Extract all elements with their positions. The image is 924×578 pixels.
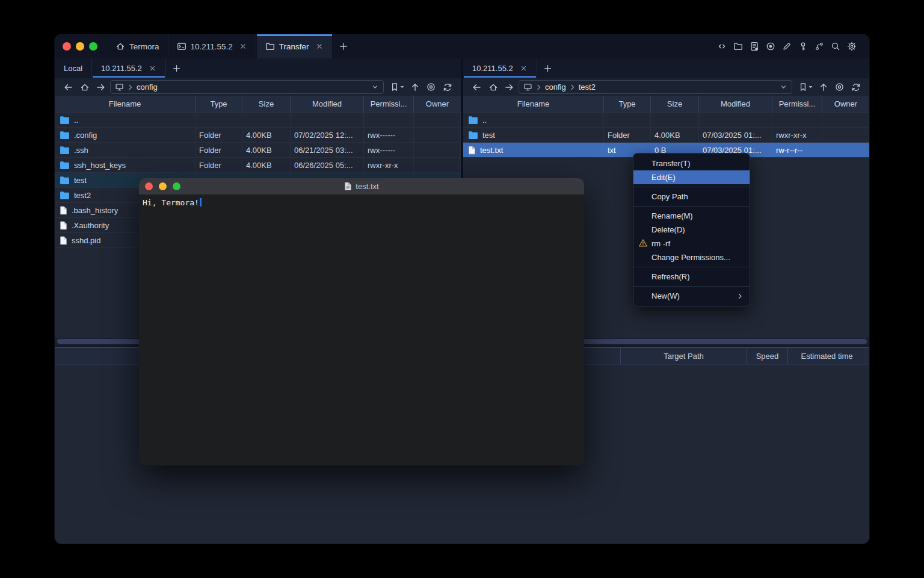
table-row[interactable]: .ssh Folder 4.00KB 06/21/2025 03:... rwx… [55,143,461,158]
tab-termora[interactable]: Termora [107,34,168,58]
column-header-filename[interactable]: Filename [463,96,604,112]
breadcrumb-segment[interactable]: config [545,82,566,92]
folder-icon [468,116,478,124]
bookmark-button[interactable] [796,82,815,92]
caret-down-icon [808,85,813,89]
close-tab-icon[interactable] [520,64,528,72]
settings-gear-icon[interactable] [847,42,857,51]
home-button[interactable] [76,80,93,95]
menu-separator [633,187,750,187]
menu-item-change-permissions[interactable]: Change Permissions... [633,250,750,264]
bookmark-button[interactable] [387,82,407,92]
show-hidden-files-button[interactable] [831,80,848,95]
close-tab-icon[interactable] [239,42,247,51]
plus-icon [172,64,181,73]
path-bar[interactable]: config [110,80,384,94]
zoom-window-button[interactable] [89,42,97,51]
breadcrumb-segment[interactable]: test2 [579,82,596,92]
filename: sshd.pid [72,236,100,245]
table-row[interactable]: .. [463,113,869,128]
menu-item-rm-rf[interactable]: rm -rf [633,237,750,250]
chevron-down-icon[interactable] [371,83,379,91]
tab-local[interactable]: Local [55,58,92,78]
search-icon[interactable] [831,42,840,51]
path-bar[interactable]: config test2 [519,80,792,94]
file-permissions: rw-r--r-- [776,146,802,155]
table-row[interactable]: test Folder 4.00KB 07/03/2025 01:... rwx… [463,128,869,143]
parent-directory-button[interactable] [407,80,423,95]
zoom-window-button[interactable] [173,182,180,190]
new-tab-button[interactable] [333,34,354,58]
forward-button[interactable] [93,80,109,95]
right-toolbar: config test2 [463,78,869,96]
keychain-icon[interactable] [815,42,824,51]
column-header-size[interactable]: Size [242,96,291,112]
minimize-window-button[interactable] [76,42,84,51]
edit-icon[interactable] [782,42,792,51]
column-header-owner[interactable]: Owner [822,96,869,112]
parent-directory-button[interactable] [815,80,831,95]
close-window-button[interactable] [63,42,71,51]
table-row[interactable]: .config Folder 4.00KB 07/02/2025 12:... … [55,128,461,143]
tab-remote-host[interactable]: 10.211.55.2 [463,58,537,78]
forward-button[interactable] [501,80,517,95]
menu-item-new[interactable]: New(W) [633,289,750,303]
column-header-modified[interactable]: Modified [291,96,364,112]
column-header-type[interactable]: Type [196,96,242,112]
tab-label: Local [64,64,82,73]
close-tab-icon[interactable] [315,42,324,51]
menu-item-rename[interactable]: Rename(M) [633,209,750,223]
column-header-target-path[interactable]: Target Path [621,348,747,364]
breadcrumb-segment[interactable]: config [137,82,158,92]
editor-titlebar[interactable]: test.txt [139,178,584,194]
refresh-button[interactable] [439,80,455,95]
editor-text: Hi, Termora! [143,198,199,207]
folder-icon [468,131,478,139]
show-hidden-files-button[interactable] [423,80,439,95]
menu-item-delete[interactable]: Delete(D) [633,223,750,237]
warning-icon [638,238,648,249]
table-row[interactable]: .. [55,113,461,128]
editor-content[interactable]: Hi, Termora! [139,194,584,465]
column-header-speed[interactable]: Speed [747,348,788,364]
menu-item-copy-path[interactable]: Copy Path [633,190,750,204]
refresh-button[interactable] [848,80,864,95]
titlebar: Termora 10.211.55.2 Transfer [55,34,869,58]
chevron-down-icon[interactable] [780,83,787,91]
tab-transfer[interactable]: Transfer [256,34,333,58]
file-icon [60,236,67,245]
filename: test [74,176,87,185]
tab-remote-host[interactable]: 10.211.55.2 [92,58,166,78]
code-icon[interactable] [717,42,727,51]
record-icon[interactable] [766,42,775,51]
table-row[interactable]: ssh_host_keys Folder 4.00KB 06/26/2025 0… [55,158,461,173]
context-menu: Transfer(T) Edit(E) Copy Path Rename(M) … [633,153,750,306]
minimize-window-button[interactable] [159,182,167,190]
back-button[interactable] [469,80,485,95]
column-header-type[interactable]: Type [604,96,651,112]
column-header-filename[interactable]: Filename [55,96,196,112]
menu-item-refresh[interactable]: Refresh(R) [633,270,750,284]
back-button[interactable] [60,80,76,95]
menu-item-transfer[interactable]: Transfer(T) [633,157,750,170]
menu-item-edit[interactable]: Edit(E) [633,170,750,184]
bookmark-icon [799,82,807,92]
filename: .bash_history [72,206,118,215]
key-icon[interactable] [798,42,808,51]
column-header-size[interactable]: Size [651,96,699,112]
new-panel-tab-button[interactable] [166,58,188,78]
new-panel-tab-button[interactable] [537,58,559,78]
log-file-icon[interactable] [750,42,759,51]
home-button[interactable] [485,80,501,95]
column-header-owner[interactable]: Owner [414,96,461,112]
filename: .ssh [74,146,88,155]
column-header-permissions[interactable]: Permissi... [364,96,414,112]
folder-icon [60,191,70,199]
column-header-modified[interactable]: Modified [699,96,772,112]
column-header-permissions[interactable]: Permissi... [772,96,822,112]
close-window-button[interactable] [145,182,153,190]
folder-icon[interactable] [733,42,743,51]
column-header-estimated-time[interactable]: Estimated time [788,348,866,364]
tab-ssh-host[interactable]: 10.211.55.2 [168,34,256,58]
close-tab-icon[interactable] [149,64,156,72]
